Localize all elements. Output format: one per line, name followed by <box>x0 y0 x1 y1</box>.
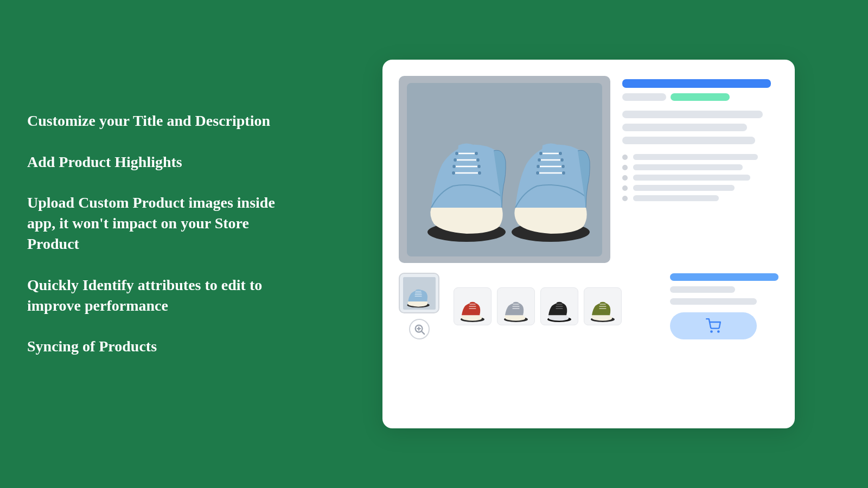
thumbnail-main[interactable] <box>399 273 439 313</box>
svg-point-23 <box>537 165 540 168</box>
feature-item-highlights: Add Product Highlights <box>27 152 282 172</box>
svg-point-26 <box>562 171 565 175</box>
bullet-bar-1 <box>633 154 758 160</box>
thumbnails-left <box>399 273 439 339</box>
bullet-dot-4 <box>622 185 628 191</box>
feature-text-identify: Quickly Identify attributes to edit to i… <box>27 277 262 314</box>
svg-point-21 <box>538 158 541 162</box>
svg-point-24 <box>561 165 565 168</box>
product-title-bar <box>622 79 771 88</box>
bullet-item-2 <box>622 164 778 170</box>
product-info <box>622 76 778 201</box>
svg-point-7 <box>475 152 478 155</box>
svg-point-6 <box>455 152 458 155</box>
feature-text-highlights: Add Product Highlights <box>27 153 182 170</box>
bullet-list <box>622 154 778 201</box>
svg-point-20 <box>559 152 562 155</box>
variant-black-svg <box>543 290 576 323</box>
feature-item-identify: Quickly Identify attributes to edit to i… <box>27 275 282 316</box>
variant-olive[interactable] <box>584 287 622 325</box>
price-bar <box>670 273 778 281</box>
feature-text-upload: Upload Custom Product images inside app,… <box>27 194 275 252</box>
svg-point-58 <box>718 331 719 332</box>
svg-point-11 <box>477 165 481 168</box>
feature-item-upload: Upload Custom Product images inside app,… <box>27 192 282 254</box>
bullet-dot-3 <box>622 175 628 181</box>
bullet-item-1 <box>622 154 778 160</box>
bullet-dot-2 <box>622 165 628 170</box>
thumbnail-shoe-svg <box>403 277 436 310</box>
svg-line-34 <box>422 331 424 334</box>
tag-bar-2 <box>671 93 730 101</box>
variant-gray-svg <box>500 290 532 323</box>
variant-red-svg <box>456 290 489 323</box>
bottom-row <box>399 273 778 339</box>
svg-point-9 <box>476 158 480 162</box>
bullet-bar-2 <box>633 164 743 170</box>
feature-item-customize: Customize your Title and Description <box>27 111 282 131</box>
size-bar-2 <box>670 298 757 305</box>
svg-point-12 <box>452 171 455 175</box>
product-card <box>382 60 795 428</box>
svg-point-10 <box>452 165 456 168</box>
bullet-item-3 <box>622 175 778 181</box>
svg-point-13 <box>478 171 481 175</box>
variant-gray[interactable] <box>497 287 535 325</box>
desc-bar-1 <box>622 111 763 118</box>
main-product-image <box>399 76 610 263</box>
size-bar-1 <box>670 286 735 293</box>
svg-point-25 <box>536 171 539 175</box>
variant-olive-svg <box>586 290 619 323</box>
shoe-illustration <box>407 83 602 256</box>
tags-row <box>622 93 778 101</box>
svg-point-19 <box>539 152 542 155</box>
bullet-item-4 <box>622 185 778 191</box>
feature-text-syncing: Syncing of Products <box>27 338 157 355</box>
feature-text-customize: Customize your Title and Description <box>27 112 270 129</box>
svg-point-22 <box>560 158 564 162</box>
tag-bar-1 <box>622 93 666 101</box>
left-panel: Customize your Title and Description Add… <box>0 78 309 410</box>
purchase-section <box>665 273 778 339</box>
bullet-dot-5 <box>622 196 628 201</box>
desc-bar-3 <box>622 137 755 144</box>
right-panel <box>309 43 868 445</box>
bullet-item-5 <box>622 195 778 201</box>
feature-item-syncing: Syncing of Products <box>27 336 282 357</box>
color-variants-group <box>454 287 622 325</box>
bullet-bar-3 <box>633 175 750 181</box>
desc-bar-2 <box>622 124 747 131</box>
zoom-icon[interactable] <box>409 319 430 339</box>
card-top <box>399 76 778 263</box>
bullet-bar-5 <box>633 195 719 201</box>
variant-black[interactable] <box>540 287 578 325</box>
svg-point-57 <box>711 331 712 332</box>
bullet-dot-1 <box>622 155 628 160</box>
bullet-bar-4 <box>633 185 735 191</box>
add-to-cart-button[interactable] <box>670 312 757 339</box>
cart-icon <box>706 318 721 333</box>
variant-red[interactable] <box>454 287 492 325</box>
svg-point-8 <box>454 158 457 162</box>
